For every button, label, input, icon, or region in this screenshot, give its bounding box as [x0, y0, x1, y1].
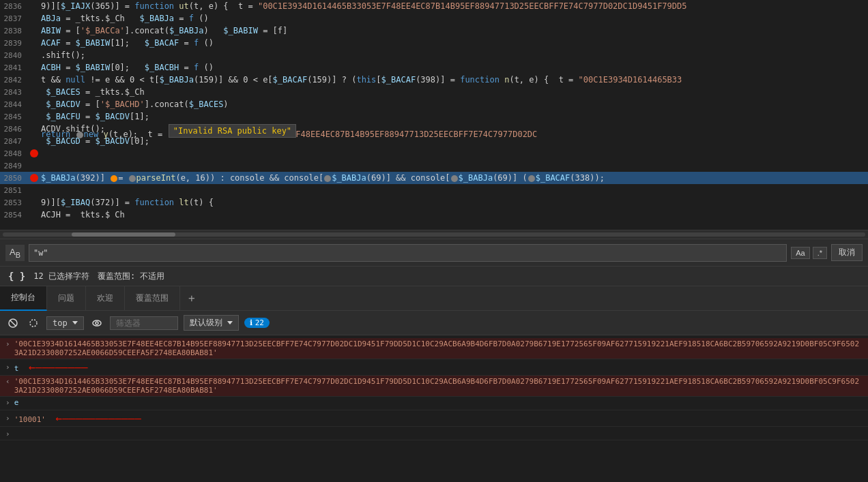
svg-line-1	[10, 320, 16, 326]
code-line-2845[interactable]: 2845 $_BACFU = $_BACDV[1];	[0, 110, 868, 123]
prompt-arrow[interactable]: ›	[5, 430, 10, 438]
search-input[interactable]	[33, 248, 782, 258]
console-section: 控制台 问题 欢迎 覆盖范围 + top	[0, 286, 868, 482]
code-line-2843[interactable]: 2843 $_BACES = _tkts.$_Ch	[0, 86, 868, 98]
tab-bar: 控制台 问题 欢迎 覆盖范围 +	[0, 286, 868, 311]
code-line-2844[interactable]: 2844 $_BACDV = ['$_BACHD'].concat($_BACE…	[0, 98, 868, 110]
add-tab-btn[interactable]: +	[180, 292, 203, 305]
console-entry-1: › '00C1E3934D1614465B33053E7F48EE4EC87B1…	[0, 338, 868, 359]
svg-point-2	[30, 320, 37, 327]
level-selector[interactable]: 默认级别	[184, 315, 239, 331]
level-label: 默认级别	[190, 317, 222, 329]
filter-input[interactable]	[110, 316, 178, 330]
svg-point-4	[96, 322, 98, 325]
braces-icon: { }	[8, 271, 25, 282]
eye-btn[interactable]	[89, 316, 104, 331]
code-line-2836[interactable]: 2836 9)][$_IAJX(365)] = function ut(t, e…	[0, 0, 868, 12]
entry-4-expand[interactable]: ›	[5, 398, 10, 407]
code-line-2851[interactable]: 2851	[0, 184, 868, 196]
tab-coverage[interactable]: 覆盖范围	[125, 286, 180, 311]
code-editor-section: 2836 9)][$_IAJX(365)] = function ut(t, e…	[0, 0, 868, 286]
search-options: Aa .*	[791, 247, 827, 259]
log-count-badge: ℹ 22	[244, 318, 270, 328]
code-line-2848[interactable]: 2848 return new y(t,e); t = "00C1E3934D1…	[0, 147, 868, 160]
code-line-2853[interactable]: 2853 9)][$_IBAQ(372)] = function lt(t) {	[0, 196, 868, 209]
code-line-2842[interactable]: 2842 t && null != e && 0 < t[$_BABJa(159…	[0, 74, 868, 86]
entry-5-expand[interactable]: ›	[5, 414, 10, 423]
context-label: top	[53, 318, 68, 328]
search-bar: AB Aa .* 取消	[0, 239, 868, 267]
scrollbar-thumb[interactable]	[72, 232, 175, 237]
search-input-wrapper	[29, 244, 787, 262]
tab-console[interactable]: 控制台	[0, 286, 47, 311]
cursor-icon	[28, 318, 39, 329]
code-line-2841[interactable]: 2841 ACBH = $_BABIW[0]; $_BACBH = f ()	[0, 61, 868, 74]
var-e-label: e	[14, 398, 19, 407]
red-arrow-1: ←————————	[29, 361, 88, 374]
eye-icon	[91, 318, 102, 329]
code-line-2850[interactable]: 2850 $_BABJa(392)] = parseInt(e, 16)) : …	[0, 172, 868, 184]
cancel-search-btn[interactable]: 取消	[831, 244, 863, 261]
inspect-btn[interactable]	[26, 316, 41, 331]
console-entry-prompt: ›	[0, 427, 868, 440]
code-line-2837[interactable]: 2837 ABJa = _tkts.$_Ch $_BABJa = f ()	[0, 12, 868, 25]
red-arrow-2: ←————————————	[56, 412, 141, 425]
code-line-2854[interactable]: 2854 ACJH = tkts.$ Ch	[0, 209, 868, 221]
code-line-2838[interactable]: 2838 ABIW = ['$_BACCa'].concat($_BABJa) …	[0, 25, 868, 37]
main-container: 2836 9)][$_IAJX(365)] = function ut(t, e…	[0, 0, 868, 482]
font-icon-btn[interactable]: AB	[5, 245, 25, 261]
context-selector[interactable]: top	[46, 316, 84, 330]
var-t-label: t	[14, 364, 19, 373]
code-line-2839[interactable]: 2839 ACAF = $_BABIW[1]; $_BACAF = f ()	[0, 37, 868, 49]
font-icon: AB	[10, 247, 20, 259]
code-lines: 2836 9)][$_IAJX(365)] = function ut(t, e…	[0, 0, 868, 221]
console-entry-4: › e	[0, 397, 868, 410]
entry-1-expand[interactable]: ›	[5, 340, 10, 348]
console-entry-5: › '10001' ←————————————	[0, 410, 868, 427]
tab-issues[interactable]: 问题	[47, 286, 86, 311]
level-chevron-icon	[227, 321, 233, 325]
console-entry-3: ‹ '00C1E3934D1614465B33053E7F48EE4EC87B1…	[0, 376, 868, 397]
svg-point-3	[93, 320, 101, 326]
value-10001: '10001'	[14, 415, 46, 424]
horizontal-scrollbar[interactable]	[0, 230, 868, 239]
breakpoint-indicator	[30, 149, 38, 157]
clear-console-btn[interactable]	[5, 316, 20, 331]
tab-welcome[interactable]: 欢迎	[86, 286, 125, 311]
case-sensitive-btn[interactable]: Aa	[791, 247, 809, 259]
console-output[interactable]: › '00C1E3934D1614465B33053E7F48EE4EC87B1…	[0, 335, 868, 482]
log-count-icon: ℹ	[250, 318, 252, 327]
breakpoint-indicator-2850	[30, 174, 38, 182]
context-chevron-icon	[72, 321, 78, 325]
code-line-2840[interactable]: 2840 .shift();	[0, 49, 868, 61]
selected-count: 12 已选择字符	[33, 271, 89, 282]
regex-btn[interactable]: .*	[813, 247, 827, 259]
entry-3-expand[interactable]: ‹	[5, 377, 10, 386]
coverage-range: 覆盖范围: 不适用	[98, 271, 164, 282]
log-count-value: 22	[255, 318, 264, 327]
ban-icon	[8, 318, 18, 329]
scrollbar-track[interactable]	[3, 232, 865, 237]
entry-2-expand[interactable]: ›	[5, 363, 10, 372]
status-bar: { } 12 已选择字符 覆盖范围: 不适用	[0, 267, 868, 286]
console-entry-2: › t ←————————	[0, 359, 868, 376]
code-area[interactable]: 2836 9)][$_IAJX(365)] = function ut(t, e…	[0, 0, 868, 230]
console-toolbar: top 默认级别 ℹ 22	[0, 311, 868, 335]
